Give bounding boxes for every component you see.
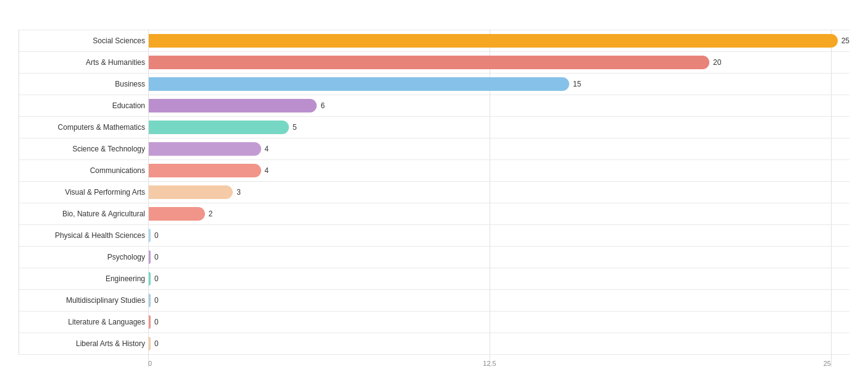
bar-row: Bio, Nature & Agricultural2 [19, 203, 849, 225]
bar-row: Social Sciences25 [19, 30, 849, 52]
axis-tick-mid: 12.5 [483, 360, 496, 367]
bar-row: Physical & Health Sciences0 [19, 225, 849, 247]
chart-header [19, 12, 849, 20]
bar-row: Science & Technology4 [19, 138, 849, 160]
bar-value: 20 [713, 58, 721, 67]
bar-value: 0 [154, 339, 159, 348]
bar-track: 6 [149, 97, 849, 114]
bar-row: Literature & Languages0 [19, 312, 849, 333]
bar-fill [149, 121, 289, 134]
bar-track: 0 [149, 248, 849, 266]
bar-value: 0 [154, 253, 159, 261]
bar-value: 0 [154, 318, 159, 326]
bar-row: Visual & Performing Arts3 [19, 182, 849, 203]
bar-track: 0 [149, 313, 849, 331]
bar-fill [149, 272, 151, 286]
bar-value: 0 [154, 274, 159, 283]
bar-value: 6 [320, 101, 325, 110]
bar-fill [149, 315, 151, 329]
bar-value: 0 [154, 231, 159, 240]
bar-value: 0 [154, 296, 159, 305]
bar-label: Psychology [19, 253, 149, 261]
bar-fill [149, 56, 709, 69]
bar-fill [149, 250, 151, 264]
bar-value: 4 [265, 145, 269, 153]
bar-track: 15 [149, 75, 849, 93]
axis-tick-max: 25 [824, 360, 831, 367]
bar-fill [149, 294, 151, 307]
bar-label: Multidisciplinary Studies [19, 296, 149, 305]
bar-row: Psychology0 [19, 247, 849, 268]
bar-track: 20 [149, 54, 849, 71]
bar-fill [149, 77, 569, 91]
bar-row: Engineering0 [19, 268, 849, 290]
bar-label: Social Sciences [19, 36, 149, 45]
bar-label: Science & Technology [19, 145, 149, 153]
bar-value: 5 [293, 123, 297, 132]
bar-row: Communications4 [19, 160, 849, 182]
bar-value: 3 [236, 188, 241, 197]
bar-label: Education [19, 101, 149, 110]
bar-row: Arts & Humanities20 [19, 52, 849, 74]
bar-label: Business [19, 80, 149, 88]
axis-tick-0: 0 [148, 360, 152, 367]
axis-area: 0 12.5 25 [148, 355, 831, 367]
bar-track: 0 [149, 270, 849, 287]
bar-row: Multidisciplinary Studies0 [19, 290, 849, 312]
bar-track: 0 [149, 292, 849, 309]
bar-label: Bio, Nature & Agricultural [19, 210, 149, 218]
bar-track: 3 [149, 184, 849, 201]
bar-label: Engineering [19, 274, 149, 283]
bar-fill [149, 99, 317, 112]
bar-chart: Social Sciences25Arts & Humanities20Busi… [19, 30, 849, 355]
bar-track: 5 [149, 119, 849, 136]
bar-row: Business15 [19, 74, 849, 95]
bar-label: Computers & Mathematics [19, 123, 149, 132]
bar-track: 25 [149, 32, 849, 49]
bar-track: 4 [149, 162, 849, 179]
bar-row: Education6 [19, 95, 849, 117]
bar-row: Liberal Arts & History0 [19, 333, 849, 355]
bar-label: Physical & Health Sciences [19, 231, 149, 240]
bar-track: 2 [149, 205, 849, 223]
bar-fill [149, 185, 233, 199]
bar-track: 0 [149, 335, 849, 352]
bar-label: Visual & Performing Arts [19, 188, 149, 197]
bar-value: 4 [265, 166, 269, 175]
bar-label: Communications [19, 166, 149, 175]
bar-label: Arts & Humanities [19, 58, 149, 67]
bar-fill [149, 207, 205, 221]
bar-label: Literature & Languages [19, 318, 149, 326]
bar-row: Computers & Mathematics5 [19, 117, 849, 138]
bar-value: 15 [573, 80, 581, 88]
bar-value: 25 [841, 36, 849, 45]
bar-fill [149, 34, 838, 48]
bar-fill [149, 142, 261, 156]
bar-fill [149, 164, 261, 177]
bar-fill [149, 337, 151, 350]
bar-label: Liberal Arts & History [19, 339, 149, 348]
bar-value: 2 [209, 210, 213, 218]
bar-fill [149, 229, 151, 242]
bar-track: 4 [149, 140, 849, 158]
bar-track: 0 [149, 227, 849, 244]
